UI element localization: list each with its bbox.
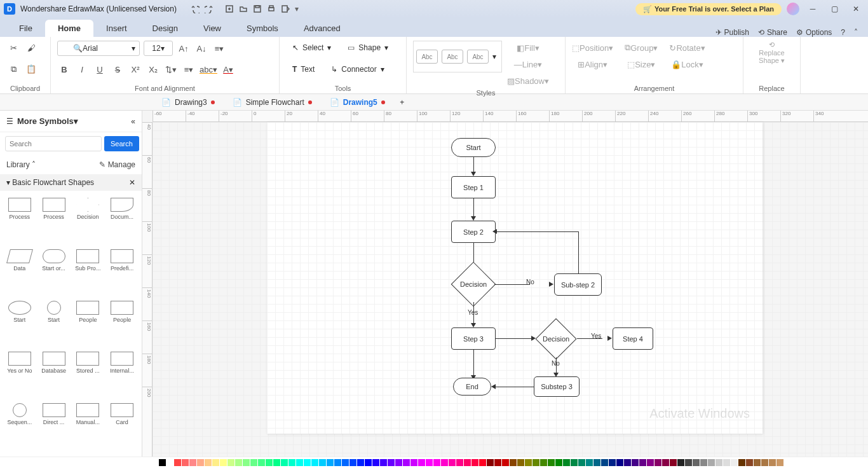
open-icon[interactable] (239, 4, 248, 13)
color-swatch[interactable] (304, 459, 311, 466)
color-swatch[interactable] (616, 459, 623, 466)
color-swatch[interactable] (433, 459, 440, 466)
shrink-font-icon[interactable]: A↓ (194, 41, 208, 55)
shape-palette-item[interactable]: Card (105, 401, 139, 451)
color-swatch[interactable] (212, 459, 219, 466)
menu-design[interactable]: Design (140, 20, 191, 37)
format-painter-icon[interactable]: 🖌 (24, 41, 38, 55)
manage-button[interactable]: ✎ Manage (99, 160, 135, 169)
select-tool[interactable]: ↖ Select ▾ (286, 41, 337, 55)
size-button[interactable]: ⬚ Size▾ (625, 57, 658, 71)
color-swatch[interactable] (624, 459, 631, 466)
connector[interactable] (473, 350, 474, 376)
color-swatch[interactable] (464, 459, 471, 466)
align-button[interactable]: ⊞ Align▾ (572, 57, 613, 71)
copy-icon[interactable]: ⧉ (6, 62, 20, 76)
color-swatch[interactable] (388, 459, 395, 466)
color-swatch[interactable] (571, 459, 578, 466)
color-swatch[interactable] (441, 459, 448, 466)
page[interactable]: Start Step 1 Step 2 Decision No Sub-step… (267, 122, 763, 434)
shape-palette-item[interactable]: Stored ... (71, 350, 105, 400)
color-swatch[interactable] (517, 459, 524, 466)
color-swatch[interactable] (296, 459, 303, 466)
connector[interactable] (494, 387, 534, 387)
color-swatch[interactable] (715, 459, 722, 466)
export-icon[interactable] (281, 4, 290, 13)
color-swatch[interactable] (723, 459, 730, 466)
shape-decision1[interactable]: Decision (451, 262, 496, 307)
hamburger-icon[interactable]: ☰ (6, 117, 13, 126)
color-swatch[interactable] (250, 459, 257, 466)
shapes-section-header[interactable]: ▾ Basic Flowchart Shapes ✕ (0, 174, 142, 191)
subscript-icon[interactable]: X₂ (146, 63, 160, 77)
color-swatch[interactable] (227, 459, 234, 466)
color-swatch[interactable] (502, 459, 509, 466)
menu-view[interactable]: View (191, 20, 234, 37)
shape-palette-item[interactable]: Internal... (105, 350, 139, 400)
color-swatch[interactable] (738, 459, 745, 466)
color-swatch[interactable] (334, 459, 341, 466)
color-swatch[interactable] (632, 459, 639, 466)
color-swatch[interactable] (456, 459, 463, 466)
minimize-button[interactable]: ─ (804, 2, 821, 16)
color-swatch[interactable] (654, 459, 661, 466)
color-swatch[interactable] (693, 459, 700, 466)
shape-end[interactable]: End (453, 378, 491, 396)
print-icon[interactable] (267, 4, 276, 13)
connector[interactable] (473, 198, 474, 217)
align-text-icon[interactable]: ≡▾ (212, 41, 226, 55)
collapse-ribbon-icon[interactable]: ˄ (854, 28, 858, 37)
replace-shape-button[interactable]: ⟲Replace Shape ▾ (759, 41, 785, 65)
color-swatch[interactable] (410, 459, 417, 466)
canvas[interactable]: Start Step 1 Step 2 Decision No Sub-step… (153, 122, 868, 457)
shape-palette-item[interactable]: People (105, 299, 139, 349)
color-swatch[interactable] (258, 459, 265, 466)
shape-substep3[interactable]: Substep 3 (534, 376, 580, 397)
close-button[interactable]: ✕ (848, 2, 864, 16)
save-icon[interactable] (253, 4, 262, 13)
shape-step1[interactable]: Step 1 (451, 176, 496, 198)
color-swatch[interactable] (395, 459, 402, 466)
avatar[interactable] (787, 3, 799, 15)
color-swatch[interactable] (555, 459, 562, 466)
color-swatch[interactable] (166, 459, 173, 466)
color-swatch[interactable] (754, 459, 761, 466)
shape-palette-item[interactable]: Decision (71, 196, 105, 246)
color-swatch[interactable] (349, 459, 356, 466)
library-button[interactable]: Library ˄ (6, 160, 36, 169)
color-swatch[interactable] (403, 459, 410, 466)
group-button[interactable]: ⧉ Group▾ (625, 41, 658, 55)
add-tab-button[interactable]: + (394, 98, 410, 107)
color-swatch[interactable] (380, 459, 387, 466)
connector[interactable] (496, 338, 532, 339)
color-swatch[interactable] (510, 459, 517, 466)
color-swatch[interactable] (365, 459, 372, 466)
color-swatch[interactable] (327, 459, 334, 466)
color-swatch[interactable] (449, 459, 456, 466)
color-swatch[interactable] (494, 459, 501, 466)
color-swatch[interactable] (685, 459, 692, 466)
shape-palette-item[interactable]: Process (37, 196, 71, 246)
shadow-button[interactable]: ▨ Shadow▾ (507, 74, 549, 88)
trial-banner[interactable]: 🛒 Your Free Trial is over. Select a Plan (635, 3, 782, 15)
shape-palette-item[interactable]: People (71, 299, 105, 349)
shape-palette-item[interactable]: Start (3, 299, 37, 349)
doctab-drawing5[interactable]: 📄 Drawing5 (321, 94, 394, 111)
doctab-drawing3[interactable]: 📄 Drawing3 (153, 94, 224, 111)
style-swatch[interactable]: Abc (416, 50, 438, 64)
color-swatch[interactable] (357, 459, 364, 466)
shape-palette-item[interactable]: Docum... (105, 196, 139, 246)
color-swatch[interactable] (205, 459, 212, 466)
color-swatch[interactable] (471, 459, 478, 466)
color-swatch[interactable] (288, 459, 295, 466)
cut-icon[interactable]: ✂ (6, 41, 20, 55)
position-button[interactable]: ⬚ Position▾ (572, 41, 613, 55)
color-swatch[interactable] (670, 459, 677, 466)
shape-palette-item[interactable]: Database (37, 350, 71, 400)
color-swatch[interactable] (372, 459, 379, 466)
grow-font-icon[interactable]: A↑ (177, 41, 191, 55)
color-swatch[interactable] (174, 459, 181, 466)
strike-icon[interactable]: S̶ (111, 63, 125, 77)
style-swatch[interactable]: Abc (442, 50, 463, 64)
highlight-icon[interactable]: abc▾ (200, 63, 217, 77)
